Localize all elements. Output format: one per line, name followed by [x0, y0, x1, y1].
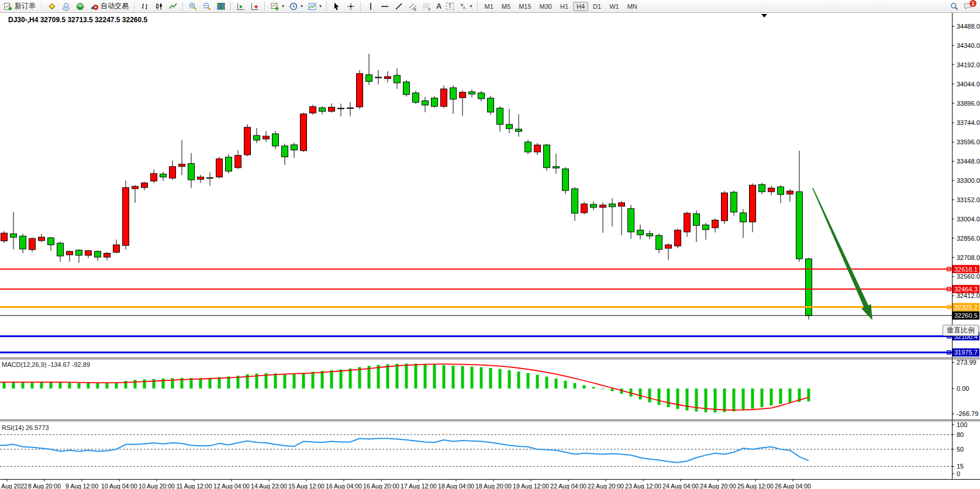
arrows-tool-button[interactable]: ▾ [457, 1, 474, 12]
zoom-in-button[interactable] [187, 1, 199, 12]
new-chart-button[interactable]: ▾ [268, 1, 286, 12]
horizontal-line-tool-button[interactable] [378, 1, 391, 12]
notifications-button[interactable]: 1 [963, 1, 975, 12]
toolbar-separator [326, 2, 327, 11]
period-button[interactable]: ▾ [287, 1, 305, 12]
macd-histogram-bar [536, 374, 539, 389]
candle-down [478, 93, 485, 99]
macd-histogram-bar [40, 382, 43, 389]
tile-windows-button[interactable] [215, 1, 227, 12]
line-chart-mode-button[interactable] [167, 1, 180, 12]
macd-histogram-bar [742, 389, 745, 410]
indicators-button[interactable]: ▾ [306, 1, 323, 12]
candle-up [787, 191, 793, 194]
candle-down [394, 75, 401, 83]
bar-chart-icon [140, 2, 150, 11]
price-tick-label: 33448.0 [957, 158, 980, 165]
macd-histogram-bar [59, 382, 62, 389]
macd-histogram-bar [396, 364, 399, 389]
candle-up [768, 188, 775, 192]
macd-histogram-bar [358, 367, 361, 389]
navigator-button[interactable] [74, 1, 87, 12]
price-tick-label: 32708.0 [957, 254, 980, 261]
macd-histogram-bar [312, 372, 315, 389]
macd-scale-label: 0.00 [957, 385, 969, 392]
vertical-scale-tooltip: 垂直比例 [943, 325, 979, 336]
candle-up [385, 77, 391, 79]
tf-m30[interactable]: M30 [536, 2, 555, 11]
candle-up [123, 188, 129, 245]
tf-w1[interactable]: W1 [606, 2, 623, 11]
chart-area[interactable]: 32618.132464.332325.232100.431975.732260… [0, 13, 980, 489]
macd-histogram-bar [471, 367, 474, 389]
data-window-button[interactable] [60, 1, 73, 12]
text-tool-button[interactable]: A [434, 1, 443, 12]
candle-down [656, 235, 662, 249]
auto-trading-button[interactable]: 自动交易 [88, 1, 130, 12]
candle-down [778, 187, 784, 195]
candle-down [160, 174, 167, 177]
crosshair-tool-button[interactable] [344, 1, 357, 12]
channel-tool-button[interactable]: E [406, 1, 419, 12]
horizontal-line-icon [380, 2, 389, 11]
candlestick-mode-button[interactable] [153, 1, 165, 12]
candle-up [151, 174, 157, 181]
price-tick-label: 32412.0 [957, 292, 980, 299]
text-label-tool-button[interactable]: T [444, 1, 455, 12]
candle-up [722, 193, 728, 221]
auto-scroll-button[interactable] [234, 1, 247, 12]
macd-histogram-bar [274, 373, 277, 389]
tf-h1[interactable]: H1 [557, 2, 572, 11]
chart-shift-button[interactable] [249, 1, 261, 12]
macd-histogram-bar [340, 369, 343, 389]
candle-down [57, 243, 64, 256]
macd-histogram-bar [546, 377, 548, 389]
candle-up [39, 237, 45, 241]
macd-histogram-bar [583, 385, 586, 389]
candle-up [142, 183, 148, 188]
tf-d1[interactable]: D1 [589, 2, 605, 11]
macd-histogram-bar [87, 383, 90, 389]
candle-down [647, 234, 653, 236]
macd-histogram-bar [115, 383, 118, 389]
bar-chart-mode-button[interactable] [139, 1, 151, 12]
toolbar-separator [264, 2, 265, 11]
time-tick-label: 24 Aug 20:00 [700, 483, 736, 489]
tf-m5[interactable]: M5 [498, 2, 514, 11]
candle-down [740, 213, 747, 222]
fibonacci-tool-button[interactable]: F [420, 1, 433, 12]
macd-histogram-bar [12, 382, 15, 389]
candle-up [67, 251, 73, 255]
trendline-tool-button[interactable] [392, 1, 405, 12]
new-order-button[interactable]: 新订单 [2, 1, 37, 12]
time-tick-label: Aug 2022 [1, 483, 27, 489]
tf-h4[interactable]: H4 [573, 2, 588, 11]
time-tick-label: 15 Aug 12:00 [288, 483, 325, 489]
macd-histogram-bar [667, 389, 670, 407]
macd-histogram-bar [677, 389, 679, 409]
candle-down [254, 136, 260, 140]
time-tick-label: 23 Aug 12:00 [625, 483, 661, 489]
market-watch-button[interactable] [46, 1, 58, 12]
time-tick-label: 9 Aug 12:00 [65, 483, 98, 489]
candle-down [544, 145, 550, 168]
candle-up [170, 167, 176, 178]
candle-down [488, 98, 494, 112]
candle-down [403, 82, 410, 95]
macd-histogram-bar [555, 379, 558, 389]
search-button[interactable] [948, 1, 961, 12]
tf-m15[interactable]: M15 [515, 2, 534, 11]
zoom-out-button[interactable] [201, 1, 213, 12]
tf-m1[interactable]: M1 [481, 2, 497, 11]
macd-histogram-bar [602, 389, 605, 389]
macd-histogram-bar [489, 368, 492, 389]
tf-mn[interactable]: MN [624, 2, 641, 11]
macd-histogram-bar [517, 372, 520, 389]
vertical-line-tool-button[interactable] [364, 1, 377, 12]
cursor-tool-button[interactable] [330, 1, 343, 12]
cursor-icon [332, 2, 341, 11]
macd-histogram-bar [639, 389, 642, 400]
time-tick-label: 14 Aug 23:00 [251, 483, 287, 489]
chart-canvas[interactable]: 32618.132464.332325.232100.431975.732260… [0, 13, 980, 489]
candle-down [553, 167, 560, 168]
